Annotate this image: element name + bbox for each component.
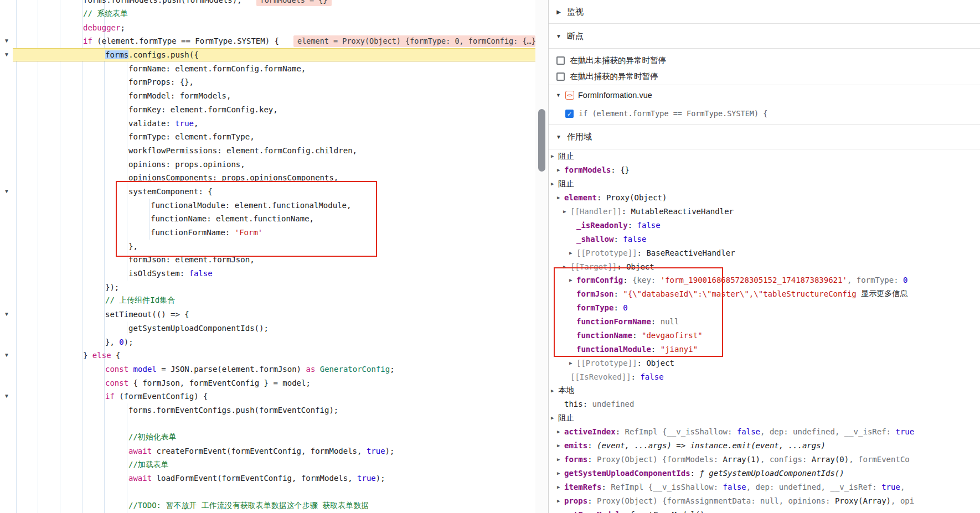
breakpoint-file-row[interactable]: ▼ <> FormInformation.vue — [549, 85, 980, 105]
tree-expand-icon[interactable]: ▶ — [569, 250, 576, 256]
tree-expand-icon[interactable]: ▶ — [557, 457, 564, 462]
source-code[interactable]: forms.formModels.push(formModels);formMo… — [0, 0, 535, 512]
scope-tree-row[interactable]: ▶[[Handler]]: MutableReactiveHandler — [549, 205, 980, 219]
tree-expand-icon[interactable]: ▶ — [551, 181, 558, 186]
breakpoint-checkbox[interactable]: ✓ — [565, 110, 574, 118]
code-line[interactable]: workflowPermissions: element.formConfig.… — [0, 144, 535, 158]
code-line[interactable]: functionName: element.functionName, — [0, 212, 535, 226]
code-line[interactable]: // 上传组件Id集合 — [0, 294, 535, 308]
scope-tree-row[interactable]: _isReadonly: false — [549, 218, 980, 232]
scope-tree-row[interactable]: ▶itemRefs: RefImpl {__v_isShallow: false… — [549, 480, 980, 494]
code-line[interactable]: }, 0); — [0, 335, 535, 349]
fold-arrow-icon[interactable]: ▼ — [2, 351, 11, 360]
scope-section-header[interactable]: ▼ 作用域 — [549, 125, 980, 149]
pause-caught-row[interactable]: 在抛出捕获的异常时暂停 — [549, 69, 980, 85]
code-line[interactable]: isOldSystem: false — [0, 267, 535, 281]
code-line[interactable]: functionalModule: element.functionalModu… — [0, 198, 535, 212]
code-line[interactable]: systemComponent: { — [0, 185, 535, 199]
code-line[interactable]: formProps: {}, — [0, 75, 535, 89]
fold-gutter[interactable]: ▼▼▼▼▼▼ — [0, 0, 13, 513]
code-line[interactable]: if (formEventConfig) { — [0, 390, 535, 403]
code-line[interactable]: opinions: props.opinions, — [0, 157, 535, 171]
pause-uncaught-checkbox[interactable] — [556, 56, 565, 65]
scope-tree-row[interactable]: functionFormName: null — [549, 315, 980, 329]
code-line[interactable]: validate: true, — [0, 116, 535, 130]
tree-expand-icon[interactable]: ▶ — [569, 360, 576, 366]
code-line[interactable]: await createFormEvent(formEventConfig, f… — [0, 444, 535, 458]
code-line[interactable]: formKey: element.formConfig.key, — [0, 103, 535, 117]
scope-tree-row[interactable]: functionalModule: "jianyi" — [549, 342, 980, 356]
code-line[interactable]: setTimeout(() => { — [0, 308, 535, 322]
scope-tree-row[interactable]: ▶[[Prototype]]: BaseReactiveHandler — [549, 246, 980, 260]
code-line[interactable]: }, — [0, 239, 535, 253]
scope-tree-row[interactable]: ▶[[Target]]: Object — [549, 260, 980, 273]
code-line[interactable]: formModel: formModels, — [0, 89, 535, 103]
code-line[interactable] — [0, 417, 535, 431]
tree-expand-icon[interactable]: ▶ — [557, 498, 564, 504]
scope-tree-row[interactable]: ▶getSystemUploadComponentIds: ƒ getSyste… — [549, 466, 980, 480]
scope-tree-row[interactable]: ▶forms: Proxy(Object) {formModels: Array… — [549, 453, 980, 467]
scope-tree-row[interactable]: [[IsRevoked]]: false — [549, 370, 980, 384]
fold-arrow-icon[interactable]: ▼ — [2, 50, 11, 59]
code-line[interactable]: if (element.formType == FormType.SYSTEM)… — [0, 34, 535, 48]
code-line[interactable]: formType: element.formType, — [0, 130, 535, 144]
scope-tree-row[interactable]: ▶setFormModel: ƒ setFormModel() — [549, 507, 980, 513]
scope-tree-row[interactable]: ▶emits: (event, ...args) => instance.emi… — [549, 439, 980, 453]
fold-arrow-icon[interactable]: ▼ — [2, 187, 11, 196]
scope-tree-row[interactable]: ▶阻止 — [549, 177, 980, 191]
tree-expand-icon[interactable]: ▶ — [557, 443, 564, 448]
code-line[interactable]: //初始化表单 — [0, 431, 535, 444]
code-line[interactable]: forms.formEventConfigs.push(formEventCon… — [0, 403, 535, 417]
tree-expand-icon[interactable]: ▶ — [557, 195, 564, 200]
tree-expand-icon[interactable]: ▶ — [551, 388, 558, 393]
execution-line[interactable]: forms.configs.push({ — [0, 48, 535, 62]
code-line[interactable]: //加载表单 — [0, 458, 535, 471]
tree-expand-icon[interactable]: ▶ — [563, 264, 570, 270]
code-line[interactable]: formJson: element.formJson, — [0, 253, 535, 267]
code-line[interactable]: }); — [0, 280, 535, 294]
scope-tree-row[interactable]: ▶props: Proxy(Object) {formAssignmentDat… — [549, 494, 980, 507]
tree-expand-icon[interactable]: ▶ — [563, 209, 570, 214]
code-editor[interactable]: forms.formModels.push(formModels);formMo… — [0, 0, 535, 513]
scope-tree-row[interactable]: functionName: "devgaofirst" — [549, 329, 980, 343]
scope-tree-row[interactable]: ▶formConfig: {key: 'form_190016868572830… — [549, 273, 980, 287]
fold-arrow-icon[interactable]: ▼ — [2, 392, 11, 401]
code-line[interactable]: const model = JSON.parse(element.formJso… — [0, 362, 535, 376]
scope-tree-row[interactable]: ▶activeIndex: RefImpl {__v_isShallow: fa… — [549, 425, 980, 439]
code-line[interactable]: formName: element.formConfig.formName, — [0, 61, 535, 75]
scope-tree-row[interactable]: ▶formModels: {} — [549, 163, 980, 177]
code-line[interactable]: // 系统表单 — [0, 7, 535, 21]
code-line[interactable]: } else { — [0, 349, 535, 362]
scope-tree-row[interactable]: ▶阻止 — [549, 411, 980, 425]
watch-section-header[interactable]: ▶ 监视 — [549, 0, 980, 24]
code-line[interactable]: const { formJson, formEventConfig } = mo… — [0, 376, 535, 390]
tree-expand-icon[interactable]: ▶ — [557, 484, 564, 490]
scope-tree-row[interactable]: formType: 0 — [549, 301, 980, 315]
code-line[interactable]: functionFormName: 'Form' — [0, 226, 535, 240]
code-line[interactable]: opinionsComponents: props.opinionsCompon… — [0, 171, 535, 185]
tree-expand-icon[interactable]: ▶ — [557, 470, 564, 476]
editor-scrollbar[interactable] — [535, 0, 548, 513]
tree-expand-icon[interactable]: ▶ — [551, 153, 558, 159]
scope-tree-row[interactable]: this: undefined — [549, 397, 980, 411]
code-line[interactable]: getSystemUploadComponentIds(); — [0, 322, 535, 335]
tree-expand-icon[interactable]: ▶ — [551, 415, 558, 421]
scope-tree-row[interactable]: formJson: "{\"databaseId\":\"master\",\"… — [549, 287, 980, 301]
code-line[interactable]: forms.formModels.push(formModels);formMo… — [0, 0, 535, 7]
scrollbar-thumb[interactable] — [538, 109, 545, 172]
scope-tree-row[interactable]: ▶element: Proxy(Object) — [549, 191, 980, 205]
code-line[interactable]: await loadFormEvent(formEventConfig, for… — [0, 471, 535, 485]
fold-arrow-icon[interactable]: ▼ — [2, 310, 11, 319]
scope-tree-row[interactable]: ▶[[Prototype]]: Object — [549, 356, 980, 370]
code-line[interactable] — [0, 485, 535, 499]
fold-arrow-icon[interactable]: ▼ — [2, 37, 11, 45]
code-line[interactable]: debugger; — [0, 20, 535, 34]
breakpoints-section-header[interactable]: ▼ 断点 — [549, 24, 980, 49]
scope-tree-row[interactable]: ▶本地 — [549, 384, 980, 397]
scope-tree-row[interactable]: _shallow: false — [549, 232, 980, 246]
tree-expand-icon[interactable]: ▶ — [569, 277, 576, 283]
tree-expand-icon[interactable]: ▶ — [557, 167, 564, 173]
tree-expand-icon[interactable]: ▶ — [557, 429, 564, 434]
code-line[interactable]: //TODO: 暂不放开 工作流没有获取表单数据这个步骤 获取表单数据 — [0, 499, 535, 512]
pause-uncaught-row[interactable]: 在抛出未捕获的异常时暂停 — [549, 53, 980, 69]
